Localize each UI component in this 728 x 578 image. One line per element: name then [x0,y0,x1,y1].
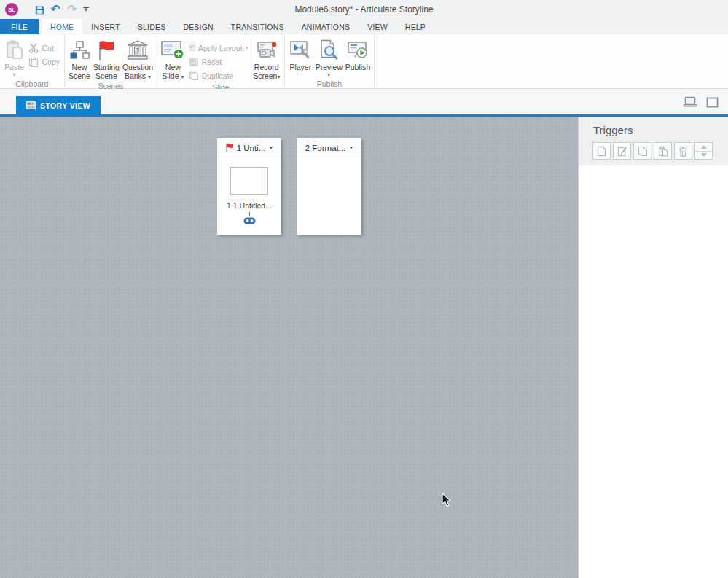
paste-button[interactable]: Paste ▾ [2,36,26,79]
new-trigger-icon [597,146,606,157]
edit-trigger-icon [617,146,627,157]
scene-2-header[interactable]: 2 Format... ▼ [297,138,361,157]
new-scene-icon [69,40,90,60]
copy-button[interactable]: Copy [26,55,62,69]
ribbon-group-clipboard: Paste ▾ Cut [0,34,64,88]
starting-scene-label: Starting Scene [93,63,120,80]
scene-card-2[interactable]: 2 Format... ▼ [297,138,361,235]
scene-1-header[interactable]: 1 Unti... ▼ [217,138,281,157]
edit-trigger-button[interactable] [613,142,631,160]
question-banks-button[interactable]: ? Question Banks ▾ [121,36,154,81]
preview-button[interactable]: Preview ▾ [314,36,344,79]
new-scene-button[interactable]: New Scene [67,36,92,81]
duplicate-button[interactable]: Duplicate [187,69,251,82]
starting-scene-button[interactable]: Starting Scene [92,36,121,81]
clipboard-group-label: Clipboard [0,79,64,90]
ribbon-separator [374,36,375,87]
tab-slides[interactable]: SLIDES [129,19,175,34]
ribbon-group-scenes: New Scene Starting Scene [65,34,157,88]
apply-layout-icon [189,44,195,52]
copy-label: Copy [42,58,60,66]
slide-size-toggle-button[interactable] [704,95,720,109]
rectangle-icon [706,97,719,108]
triggers-panel-header: Triggers [579,117,728,165]
player-button[interactable]: Player [287,36,314,73]
scene-2-dropdown-arrow[interactable]: ▼ [348,145,353,150]
up-arrow-icon [701,145,707,149]
apply-layout-label: Apply Layout [198,44,243,52]
tab-file[interactable]: FILE [0,19,39,34]
record-screen-button[interactable]: Record Screen▾ [251,36,282,81]
starting-scene-flag-icon [97,39,116,61]
record-screen-dropdown-arrow: ▾ [277,74,280,80]
triggers-toolbar [592,142,713,160]
publish-icon [347,40,369,60]
new-slide-icon [161,40,184,60]
tab-help[interactable]: HELP [396,19,434,34]
tab-design[interactable]: DESIGN [174,19,222,34]
question-banks-dropdown-arrow: ▾ [148,74,151,80]
tab-story-view[interactable]: STORY VIEW [16,96,101,114]
apply-layout-button[interactable]: Apply Layout ▾ [187,41,251,55]
tab-animations[interactable]: ANIMATIONS [293,19,359,34]
tab-transitions[interactable]: TRANSITIONS [222,19,293,34]
story-view-tab-label: STORY VIEW [40,101,90,110]
preview-label: Preview [316,63,343,72]
slide-link-icon[interactable] [243,217,256,224]
publish-label: Publish [345,63,370,72]
mouse-cursor [442,493,452,507]
story-canvas[interactable]: 1 Unti... ▼ 1.1 Untitled... 2 Format... … [0,117,578,578]
paste-trigger-icon [658,146,668,157]
reset-label: Reset [202,58,222,66]
reorder-trigger-buttons [694,142,713,160]
starting-scene-flag-icon [225,143,234,153]
new-slide-label: New Slide ▾ [161,63,185,80]
ribbon-group-slide: New Slide ▾ Apply Layout ▾ [157,34,284,88]
record-screen-icon [255,41,278,60]
svg-text:?: ? [136,47,139,55]
apply-layout-dropdown-arrow: ▾ [246,45,248,51]
publish-group-label: Publish [285,79,374,90]
copy-trigger-button[interactable] [633,142,651,160]
move-trigger-up-button[interactable] [695,143,712,151]
preview-icon [318,39,339,61]
reset-icon [189,58,199,66]
tab-insert[interactable]: INSERT [82,19,129,34]
create-trigger-button[interactable] [592,142,611,160]
player-label: Player [289,63,311,72]
ribbon-group-publish: Player Preview ▾ [285,34,374,88]
slide-link-stub [249,212,250,216]
document-tab-strip: STORY VIEW [0,89,728,114]
delete-trigger-icon [678,146,688,157]
slide-small-buttons: Apply Layout ▾ Reset Dupl [187,36,251,82]
paste-trigger-button[interactable] [654,142,672,160]
new-scene-label: New Scene [69,63,90,80]
scene-2-title: 2 Format... [305,144,346,152]
reset-button[interactable]: Reset [187,55,251,69]
copy-trigger-icon [638,146,648,157]
view-toggle-buttons [682,95,720,109]
laptop-icon [683,96,697,108]
tab-view[interactable]: VIEW [359,19,396,34]
scene-card-1[interactable]: 1 Unti... ▼ 1.1 Untitled... [217,138,281,235]
tab-home[interactable]: HOME [42,19,82,34]
ribbon: Paste ▾ Cut [0,34,728,89]
new-slide-dropdown-arrow: ▾ [181,74,184,80]
slide-1-1-thumbnail[interactable] [230,167,268,195]
new-slide-text: New Slide [162,63,181,80]
triggers-panel-title: Triggers [593,124,633,136]
cut-button[interactable]: Cut [26,41,62,55]
player-preview-toggle-button[interactable] [682,95,698,109]
preview-dropdown-arrow: ▾ [327,72,330,78]
move-trigger-down-button[interactable] [695,151,712,160]
question-banks-icon: ? [127,40,149,60]
record-screen-text: Record Screen [253,63,279,80]
publish-button[interactable]: Publish [344,36,372,73]
question-banks-label: Question Banks ▾ [122,63,153,80]
delete-trigger-button[interactable] [674,142,692,160]
scene-1-dropdown-arrow[interactable]: ▼ [268,145,273,150]
workspace: 1 Unti... ▼ 1.1 Untitled... 2 Format... … [0,117,728,578]
new-slide-button[interactable]: New Slide ▾ [160,36,187,81]
triggers-panel: Triggers [578,117,728,578]
cut-label: Cut [42,44,53,52]
